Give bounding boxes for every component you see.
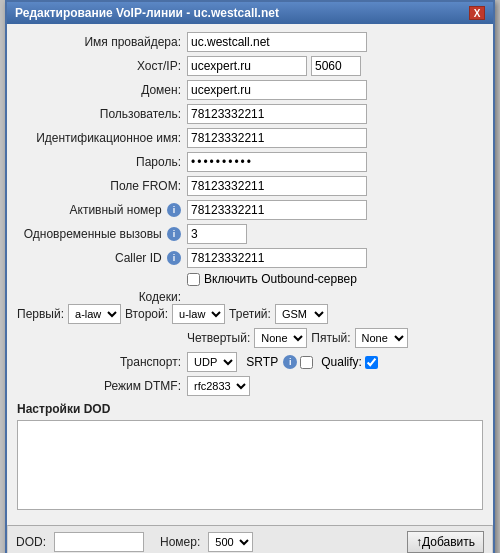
active-label: Активный номер i [17, 203, 187, 218]
dod-footer: DOD: Номер: 500 501 502 ↑Добавить [7, 525, 493, 553]
outbound-checkbox[interactable] [187, 273, 200, 286]
password-label: Пароль: [17, 155, 187, 169]
srtp-info-icon[interactable]: i [283, 355, 297, 369]
provider-input[interactable] [187, 32, 367, 52]
transport-label: Транспорт: [17, 355, 187, 369]
provider-label: Имя провайдера: [17, 35, 187, 49]
domain-input[interactable] [187, 80, 367, 100]
window-title: Редактирование VoIP-линии - uc.westcall.… [15, 6, 279, 20]
codec-fifth-label: Пятый: [311, 331, 350, 345]
codec-fourth-label: Четвертый: [187, 331, 250, 345]
codec-group1: Первый: a-law u-law GSM None Второй: u-l… [17, 304, 328, 324]
dod-number-select[interactable]: 500 501 502 [208, 532, 253, 552]
id-input[interactable] [187, 128, 367, 148]
active-input[interactable] [187, 200, 367, 220]
dod-textarea[interactable] [17, 420, 483, 510]
simultaneous-row: Одновременные вызовы i [17, 224, 483, 244]
simultaneous-input[interactable] [187, 224, 247, 244]
user-label: Пользователь: [17, 107, 187, 121]
dod-section: Настройки DOD [17, 402, 483, 513]
title-bar: Редактирование VoIP-линии - uc.westcall.… [7, 2, 493, 24]
codecs-row2: Четвертый: None a-law u-law GSM Пятый: N… [17, 328, 483, 348]
domain-row: Домен: [17, 80, 483, 100]
codec-group2: Четвертый: None a-law u-law GSM Пятый: N… [187, 328, 408, 348]
codec-third-select[interactable]: GSM a-law u-law None [275, 304, 328, 324]
password-input[interactable] [187, 152, 367, 172]
close-button[interactable]: X [469, 6, 485, 20]
id-row: Идентификационное имя: [17, 128, 483, 148]
host-input[interactable] [187, 56, 307, 76]
active-info-icon[interactable]: i [167, 203, 181, 217]
from-input[interactable] [187, 176, 367, 196]
dtmf-row: Режим DTMF: rfc2833 info inband [17, 376, 483, 396]
caller-id-label: Caller ID i [17, 251, 187, 266]
port-input[interactable] [311, 56, 361, 76]
codec-third-label: Третий: [229, 307, 271, 321]
qualify-label: Qualify: [321, 355, 362, 369]
simultaneous-label: Одновременные вызовы i [17, 227, 187, 242]
user-row: Пользователь: [17, 104, 483, 124]
id-label: Идентификационное имя: [17, 131, 187, 145]
dod-input-label: DOD: [16, 535, 46, 549]
caller-id-row: Caller ID i [17, 248, 483, 268]
form-content: Имя провайдера: Хост/IP: Домен: Пользова… [7, 24, 493, 521]
provider-row: Имя провайдера: [17, 32, 483, 52]
from-label: Поле FROM: [17, 179, 187, 193]
dtmf-select[interactable]: rfc2833 info inband [187, 376, 250, 396]
codec-second-label: Второй: [125, 307, 168, 321]
codec-first-label: Первый: [17, 307, 64, 321]
codec-fourth-select[interactable]: None a-law u-law GSM [254, 328, 307, 348]
caller-id-info-icon[interactable]: i [167, 251, 181, 265]
codecs-row1: Кодеки: Первый: a-law u-law GSM None Вто… [17, 290, 483, 324]
srtp-checkbox[interactable] [300, 356, 313, 369]
add-button[interactable]: ↑Добавить [407, 531, 484, 553]
codec-fifth-select[interactable]: None a-law u-law GSM [355, 328, 408, 348]
user-input[interactable] [187, 104, 367, 124]
caller-id-input[interactable] [187, 248, 367, 268]
outbound-row: Включить Outbound-сервер [17, 272, 483, 286]
qualify-checkbox[interactable] [365, 356, 378, 369]
simultaneous-info-icon[interactable]: i [167, 227, 181, 241]
dod-number-label: Номер: [160, 535, 200, 549]
host-label: Хост/IP: [17, 59, 187, 73]
transport-row: Транспорт: UDP TCP TLS SRTP i Qualify: [17, 352, 483, 372]
dtmf-label: Режим DTMF: [17, 379, 187, 393]
outbound-label[interactable]: Включить Outbound-сервер [187, 272, 357, 286]
codecs-label: Кодеки: [17, 290, 187, 304]
from-row: Поле FROM: [17, 176, 483, 196]
add-button-label: ↑Добавить [416, 535, 475, 549]
host-row: Хост/IP: [17, 56, 483, 76]
dod-title: Настройки DOD [17, 402, 483, 416]
codec-first-select[interactable]: a-law u-law GSM None [68, 304, 121, 324]
active-row: Активный номер i [17, 200, 483, 220]
main-window: Редактирование VoIP-линии - uc.westcall.… [5, 0, 495, 553]
dod-input[interactable] [54, 532, 144, 552]
outbound-text: Включить Outbound-сервер [204, 272, 357, 286]
domain-label: Домен: [17, 83, 187, 97]
codec-second-select[interactable]: u-law a-law GSM None [172, 304, 225, 324]
password-row: Пароль: [17, 152, 483, 172]
srtp-label: SRTP i [246, 355, 297, 370]
transport-select[interactable]: UDP TCP TLS [187, 352, 237, 372]
